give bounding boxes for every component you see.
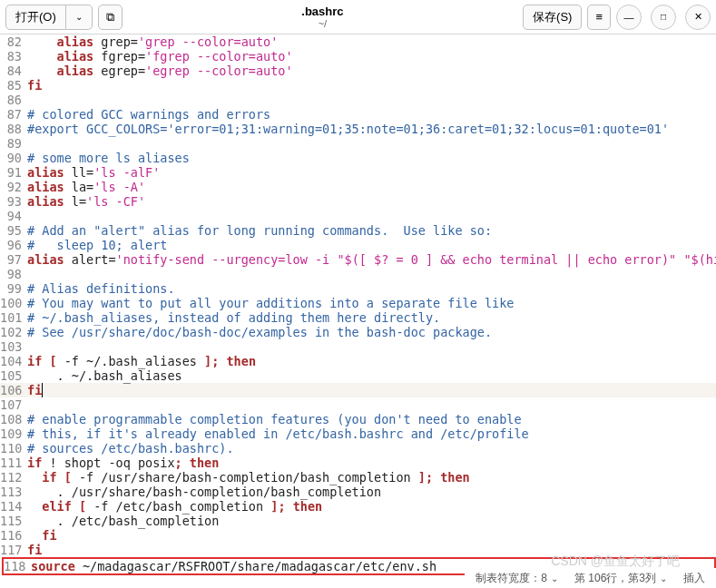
code-line[interactable]: 97alias alert='notify-send --urgency=low… <box>0 252 716 267</box>
code-line[interactable]: 93alias l='ls -CF' <box>0 194 716 209</box>
code-line[interactable]: 87# colored GCC warnings and errors <box>0 107 716 122</box>
code-content[interactable]: if [ -f /usr/share/bash-completion/bash_… <box>27 470 716 485</box>
code-line[interactable]: 104if [ -f ~/.bash_aliases ]; then <box>0 354 716 368</box>
code-line[interactable]: 99# Alias definitions. <box>0 281 716 296</box>
code-line[interactable]: 98 <box>0 267 716 281</box>
code-content[interactable]: elif [ -f /etc/bash_completion ]; then <box>27 499 716 514</box>
code-line[interactable]: 108# enable programmable completion feat… <box>0 412 716 426</box>
open-recent-dropdown[interactable]: ⌄ <box>66 5 93 30</box>
line-number: 85 <box>0 78 27 93</box>
close-button[interactable]: ✕ <box>685 5 711 30</box>
code-content[interactable]: #export GCC_COLORS='error=01;31:warning=… <box>27 122 716 136</box>
code-line[interactable]: 89 <box>0 136 716 151</box>
line-number: 118 <box>4 559 31 573</box>
code-content[interactable]: . /usr/share/bash-completion/bash_comple… <box>27 485 716 499</box>
code-editor[interactable]: 82 alias grep='grep --color=auto'83 alia… <box>0 34 716 575</box>
line-number: 112 <box>0 470 27 485</box>
code-line[interactable]: 85fi <box>0 78 716 93</box>
code-content[interactable]: fi <box>27 543 716 557</box>
code-line[interactable]: 117fi <box>0 543 716 557</box>
code-line[interactable]: 94 <box>0 209 716 223</box>
line-number: 91 <box>0 165 27 180</box>
code-line[interactable]: 105 . ~/.bash_aliases <box>0 368 716 383</box>
code-line[interactable]: 90# some more ls aliases <box>0 151 716 165</box>
line-number: 86 <box>0 93 27 107</box>
status-mode[interactable]: 插入 <box>683 571 705 586</box>
code-line[interactable]: 107 <box>0 397 716 412</box>
code-content[interactable]: alias alert='notify-send --urgency=low -… <box>27 252 716 267</box>
code-content[interactable]: # enable programmable completion feature… <box>27 412 716 426</box>
line-number: 96 <box>0 238 27 252</box>
code-content[interactable]: # Alias definitions. <box>27 281 716 296</box>
chevron-down-icon: ⌄ <box>75 12 83 22</box>
code-line[interactable]: 88#export GCC_COLORS='error=01;31:warnin… <box>0 122 716 136</box>
code-content[interactable] <box>27 209 716 223</box>
code-content[interactable] <box>27 397 716 412</box>
code-line[interactable]: 95# Add an "alert" alias for long runnin… <box>0 223 716 238</box>
line-number: 87 <box>0 107 27 122</box>
code-content[interactable] <box>27 136 716 151</box>
code-line[interactable]: 114 elif [ -f /etc/bash_completion ]; th… <box>0 499 716 514</box>
code-content[interactable]: alias grep='grep --color=auto' <box>27 34 716 49</box>
code-line[interactable]: 103 <box>0 339 716 354</box>
line-number: 114 <box>0 499 27 514</box>
code-content[interactable]: # You may want to put all your additions… <box>27 296 716 310</box>
status-tab-width[interactable]: 制表符宽度：8 <box>476 571 547 586</box>
code-line[interactable]: 83 alias fgrep='fgrep --color=auto' <box>0 49 716 64</box>
code-line[interactable]: 106fi <box>0 383 716 397</box>
minimize-button[interactable]: — <box>616 5 642 30</box>
code-line[interactable]: 112 if [ -f /usr/share/bash-completion/b… <box>0 470 716 485</box>
status-position[interactable]: 第 106行，第3列 <box>574 571 656 586</box>
code-line[interactable]: 109# this, if it's already enabled in /e… <box>0 426 716 441</box>
code-line[interactable]: 102# See /usr/share/doc/bash-doc/example… <box>0 325 716 339</box>
code-content[interactable]: # some more ls aliases <box>27 151 716 165</box>
code-line[interactable]: 111if ! shopt -oq posix; then <box>0 456 716 470</box>
code-content[interactable]: if ! shopt -oq posix; then <box>27 456 716 470</box>
code-content[interactable]: fi <box>27 383 716 397</box>
code-line[interactable]: 101# ~/.bash_aliases, instead of adding … <box>0 310 716 325</box>
new-tab-button[interactable]: ⧉ <box>98 5 123 30</box>
chevron-down-icon: ⌄ <box>660 573 667 583</box>
code-content[interactable]: # sources /etc/bash.bashrc). <box>27 441 716 456</box>
maximize-button[interactable]: □ <box>651 5 676 30</box>
code-content[interactable]: alias la='ls -A' <box>27 180 716 194</box>
code-content[interactable]: . ~/.bash_aliases <box>27 368 716 383</box>
code-content[interactable]: # ~/.bash_aliases, instead of adding the… <box>27 310 716 325</box>
code-line[interactable]: 100# You may want to put all your additi… <box>0 296 716 310</box>
code-content[interactable] <box>27 267 716 281</box>
line-number: 82 <box>0 34 27 49</box>
code-line[interactable]: 116 fi <box>0 528 716 543</box>
code-line[interactable]: 91alias ll='ls -alF' <box>0 165 716 180</box>
code-line[interactable]: 115 . /etc/bash_completion <box>0 514 716 528</box>
line-number: 107 <box>0 397 27 412</box>
code-content[interactable]: if [ -f ~/.bash_aliases ]; then <box>27 354 716 368</box>
code-line[interactable]: 86 <box>0 93 716 107</box>
code-content[interactable]: # See /usr/share/doc/bash-doc/examples i… <box>27 325 716 339</box>
code-content[interactable] <box>27 93 716 107</box>
line-number: 90 <box>0 151 27 165</box>
code-line[interactable]: 96# sleep 10; alert <box>0 238 716 252</box>
menu-button[interactable]: ≡ <box>587 5 611 30</box>
code-content[interactable]: # Add an "alert" alias for long running … <box>27 223 716 238</box>
code-content[interactable]: alias l='ls -CF' <box>27 194 716 209</box>
code-line[interactable]: 92alias la='ls -A' <box>0 180 716 194</box>
line-number: 101 <box>0 310 27 325</box>
code-content[interactable]: # colored GCC warnings and errors <box>27 107 716 122</box>
open-button[interactable]: 打开(O) <box>5 5 66 30</box>
code-line[interactable]: 84 alias egrep='egrep --color=auto' <box>0 64 716 78</box>
code-content[interactable]: fi <box>27 528 716 543</box>
statusbar: 制表符宽度：8 ⌄ 第 106行，第3列 ⌄ 插入 <box>465 568 716 588</box>
code-content[interactable]: # sleep 10; alert <box>27 238 716 252</box>
code-line[interactable]: 82 alias grep='grep --color=auto' <box>0 34 716 49</box>
save-button[interactable]: 保存(S) <box>523 5 582 30</box>
line-number: 100 <box>0 296 27 310</box>
code-content[interactable]: # this, if it's already enabled in /etc/… <box>27 426 716 441</box>
code-content[interactable]: fi <box>27 78 716 93</box>
code-content[interactable]: . /etc/bash_completion <box>27 514 716 528</box>
code-line[interactable]: 113 . /usr/share/bash-completion/bash_co… <box>0 485 716 499</box>
code-line[interactable]: 110# sources /etc/bash.bashrc). <box>0 441 716 456</box>
code-content[interactable]: alias ll='ls -alF' <box>27 165 716 180</box>
code-content[interactable]: alias egrep='egrep --color=auto' <box>27 64 716 78</box>
code-content[interactable]: alias fgrep='fgrep --color=auto' <box>27 49 716 64</box>
code-content[interactable] <box>27 339 716 354</box>
